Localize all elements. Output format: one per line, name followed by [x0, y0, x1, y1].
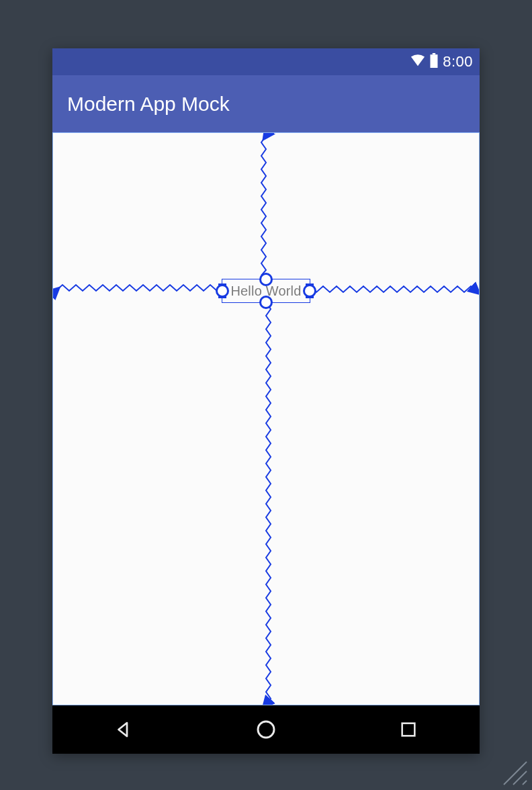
nav-home-button[interactable]	[226, 705, 306, 754]
constraint-handle-top[interactable]	[259, 273, 273, 286]
constraint-handle-bottom[interactable]	[259, 296, 273, 309]
battery-icon	[429, 53, 439, 71]
status-time: 8:00	[443, 53, 473, 71]
design-canvas[interactable]: Hello World	[52, 132, 480, 705]
constraint-guides	[53, 133, 479, 705]
svg-point-2	[258, 721, 274, 738]
app-title: Modern App Mock	[67, 93, 230, 116]
device-frame: 8:00 Modern App Mock	[52, 48, 480, 754]
nav-recents-button[interactable]	[368, 705, 449, 754]
recents-icon	[399, 720, 418, 739]
svg-line-4	[504, 762, 527, 785]
status-icons: 8:00	[410, 53, 473, 71]
textview-widget[interactable]: Hello World	[222, 279, 310, 303]
constraint-handle-right[interactable]	[303, 284, 316, 298]
svg-rect-3	[402, 723, 415, 736]
navigation-bar	[52, 705, 480, 754]
svg-line-6	[523, 781, 527, 785]
nav-back-button[interactable]	[83, 705, 164, 754]
svg-rect-1	[433, 53, 435, 54]
svg-rect-0	[431, 54, 438, 68]
app-bar: Modern App Mock	[52, 75, 480, 132]
constraint-handle-left[interactable]	[216, 284, 229, 298]
resize-grip[interactable]	[494, 752, 528, 786]
wifi-icon	[410, 54, 425, 70]
home-icon	[255, 719, 277, 740]
back-icon	[114, 719, 134, 740]
status-bar: 8:00	[52, 48, 480, 75]
